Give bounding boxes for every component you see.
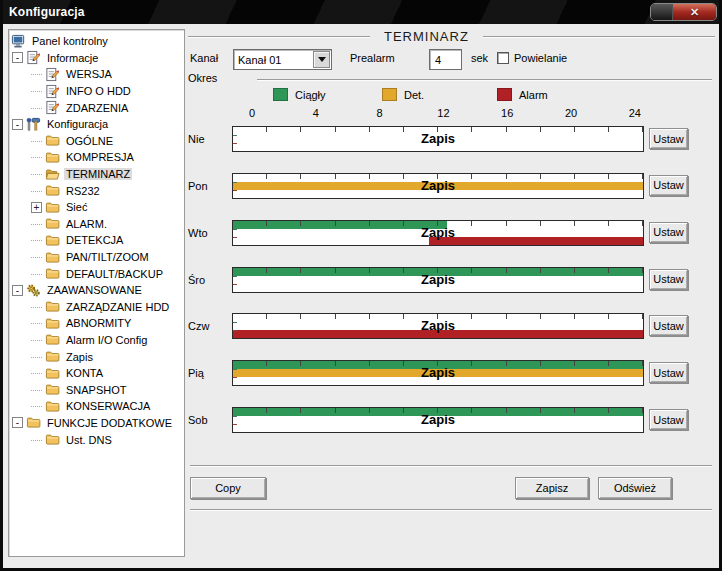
tree-item[interactable]: Panel kontrolny (9, 33, 184, 50)
day-label: Nie (188, 126, 205, 152)
schedule-bar[interactable]: Zapis (232, 407, 644, 433)
ustaw-button[interactable]: Ustaw (649, 222, 688, 243)
tree-item[interactable]: - Informacje (9, 50, 184, 67)
day-label: Sob (188, 407, 208, 433)
close-icon: ✕ (690, 6, 699, 19)
tree-item[interactable]: PAN/TILT/ZOOM (9, 249, 184, 266)
legend-swatch-det (382, 88, 397, 101)
day-label: Pią (188, 360, 204, 386)
tree-expander-icon[interactable]: + (31, 202, 42, 213)
day-label: Czw (188, 313, 209, 339)
refresh-button[interactable]: Odśwież (598, 477, 672, 499)
tree-item-label: Panel kontrolny (30, 35, 110, 47)
panel-title: TERMINARZ (384, 29, 469, 44)
tree-connector (31, 357, 42, 358)
config-window: Konfiguracja ✕ Panel kontrolny - Informa… (0, 0, 722, 571)
channel-selected-value: Kanał 01 (234, 54, 312, 66)
tree-item[interactable]: WERSJA (9, 66, 184, 83)
bar-zapis-label: Zapis (233, 319, 643, 334)
ustaw-button[interactable]: Ustaw (649, 128, 688, 149)
schedule-day-row: Nie Zapis Ustaw (3, 126, 722, 152)
schedule-day-row: Wto Zapis Ustaw (3, 220, 722, 246)
save-button[interactable]: Zapisz (515, 477, 589, 499)
close-button[interactable]: ✕ (672, 4, 716, 20)
ruler-tick-label: 20 (565, 107, 577, 119)
day-label: Pon (188, 173, 208, 199)
tree-item-label: ZDARZENIA (64, 102, 130, 114)
bar-zapis-label: Zapis (233, 272, 643, 287)
schedule-day-row: Śro Zapis Ustaw (3, 267, 722, 293)
prealarm-input[interactable] (429, 49, 462, 70)
schedule-day-row: Pią Zapis Ustaw (3, 360, 722, 386)
doc-icon (26, 50, 41, 65)
computer-icon (11, 34, 26, 49)
ruler-tick-label: 16 (501, 107, 513, 119)
day-label: Śro (188, 267, 205, 293)
tree-item[interactable]: INFO O HDD (9, 83, 184, 100)
tree-connector (31, 340, 42, 341)
legend-item: Ciągły (273, 88, 326, 101)
schedule-day-row: Czw Zapis Ustaw (3, 313, 722, 339)
separator (190, 509, 712, 510)
powielanie-checkbox[interactable] (497, 52, 509, 64)
tree-item-label: PAN/TILT/ZOOM (64, 251, 151, 263)
title-bar[interactable]: Konfiguracja ✕ (0, 0, 722, 24)
titlebar-buttons: ✕ (650, 3, 717, 21)
schedule-bar[interactable]: Zapis (232, 220, 644, 246)
ruler-tick-label: 12 (437, 107, 449, 119)
channel-select[interactable]: Kanał 01 (233, 49, 332, 70)
schedule-bar[interactable]: Zapis (232, 267, 644, 293)
titlebar-extra-button[interactable] (651, 4, 672, 20)
folder-icon (45, 432, 60, 447)
config-tree: Panel kontrolny - Informacje WERSJA INFO… (8, 29, 185, 557)
powielanie-label: Powielanie (514, 52, 567, 64)
tree-connector (31, 257, 42, 258)
tree-item[interactable]: + Sieć (9, 199, 184, 216)
schedule-bar[interactable]: Zapis (232, 360, 644, 386)
okres-label: Okres (188, 72, 217, 84)
ustaw-button[interactable]: Ustaw (649, 175, 688, 196)
combo-dropdown-button[interactable] (313, 51, 330, 68)
folder-icon (45, 299, 60, 314)
separator (483, 36, 715, 37)
separator (190, 465, 712, 466)
ustaw-button[interactable]: Ustaw (649, 409, 688, 430)
tree-connector (31, 91, 42, 92)
folder-icon (45, 200, 60, 215)
schedule-bar[interactable]: Zapis (232, 173, 644, 199)
legend-item: Alarm (497, 88, 548, 101)
tree-connector (31, 390, 42, 391)
bar-zapis-label: Zapis (233, 412, 643, 427)
prealarm-label: Prealarm (350, 52, 395, 64)
folder-icon (45, 150, 60, 165)
doc-icon (45, 67, 60, 82)
legend-label: Det. (404, 89, 424, 101)
bar-zapis-label: Zapis (233, 131, 643, 146)
bar-zapis-label: Zapis (233, 365, 643, 380)
tree-expander-icon[interactable]: - (12, 52, 23, 63)
ustaw-button[interactable]: Ustaw (649, 315, 688, 336)
tree-item-label: KOMPRESJA (64, 151, 136, 163)
panel-header: TERMINARZ (188, 30, 715, 43)
doc-icon (45, 84, 60, 99)
bar-zapis-label: Zapis (233, 225, 643, 240)
separator (257, 79, 712, 80)
prealarm-unit-label: sek (471, 52, 488, 64)
schedule-bar[interactable]: Zapis (232, 126, 644, 152)
folder-icon (45, 250, 60, 265)
legend-item: Det. (382, 88, 424, 101)
tree-connector (31, 108, 42, 109)
tree-item[interactable]: ZDARZENIA (9, 99, 184, 116)
tree-item-label: Informacje (45, 52, 100, 64)
ustaw-button[interactable]: Ustaw (649, 362, 688, 383)
legend-swatch-ciagly (273, 88, 288, 101)
ustaw-button[interactable]: Ustaw (649, 269, 688, 290)
tree-item[interactable]: Ust. DNS (9, 431, 184, 448)
schedule-bar[interactable]: Zapis (232, 313, 644, 339)
legend-label: Ciągły (295, 89, 326, 101)
schedule-day-row: Sob Zapis Ustaw (3, 407, 722, 433)
tree-connector (31, 440, 42, 441)
tree-item-label: ZARZĄDZANIE HDD (64, 301, 171, 313)
copy-button[interactable]: Copy (190, 477, 266, 499)
separator (188, 36, 370, 37)
